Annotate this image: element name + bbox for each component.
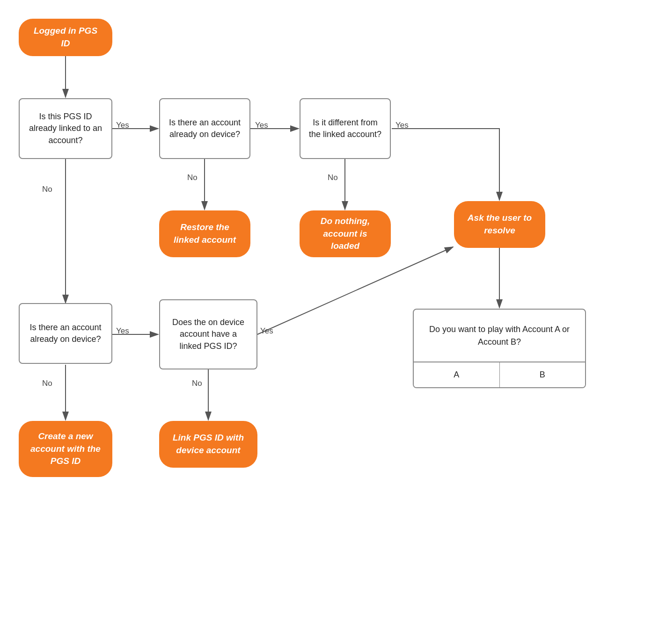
label-q2-yes: Yes [255, 121, 268, 130]
label-q5-yes: Yes [260, 326, 273, 336]
label-q5-no: No [192, 379, 202, 388]
label-q1-yes: Yes [116, 121, 129, 130]
dialog-question: Do you want to play with Account A or Ac… [414, 310, 585, 362]
do-nothing-node: Do nothing, account is loaded [300, 210, 391, 257]
label-q3-no: No [328, 173, 338, 182]
label-q4-no: No [42, 379, 52, 388]
q4-node: Is there an account already on device? [19, 303, 112, 364]
flowchart: Yes No Yes No Yes No Yes No Yes No Logge… [0, 0, 659, 644]
label-q4-yes: Yes [116, 326, 129, 336]
restore-node: Restore the linked account [159, 210, 250, 257]
label-q3-yes: Yes [395, 121, 409, 130]
create-new-node: Create a new account with the PGS ID [19, 421, 112, 477]
dialog-btn-b[interactable]: B [500, 362, 586, 387]
dialog-buttons: A B [414, 362, 585, 387]
q5-node: Does the on device account have a linked… [159, 299, 257, 369]
q3-node: Is it different from the linked account? [300, 98, 391, 159]
dialog-node: Do you want to play with Account A or Ac… [413, 309, 586, 388]
label-q2-no: No [187, 173, 198, 182]
q2-node: Is there an account already on device? [159, 98, 250, 159]
label-q1-no: No [42, 185, 52, 194]
q1-node: Is this PGS ID already linked to an acco… [19, 98, 112, 159]
link-pgs-node: Link PGS ID with device account [159, 421, 257, 468]
ask-resolve-node: Ask the user to resolve [454, 201, 545, 248]
dialog-btn-a[interactable]: A [414, 362, 500, 387]
start-node: Logged in PGS ID [19, 19, 112, 56]
